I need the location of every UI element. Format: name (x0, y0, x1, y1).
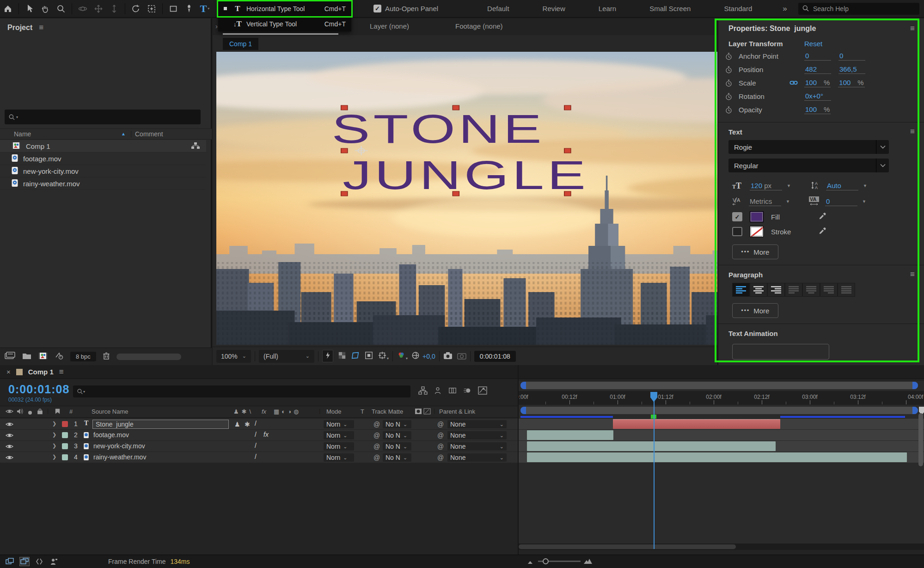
track-matte-dropdown[interactable]: No N⌄ (383, 453, 411, 462)
tab-footage[interactable]: Footage (none) (455, 22, 503, 30)
fill-checkbox[interactable]: ✓ (732, 212, 742, 221)
stopwatch-icon[interactable] (718, 79, 739, 87)
source-name-column-header[interactable]: Source Name (92, 408, 128, 415)
help-search-box[interactable] (798, 3, 919, 15)
show-snapshot-icon[interactable] (457, 352, 466, 361)
layer-name-editing[interactable]: Stone jungle (92, 420, 229, 429)
pan-camera-tool[interactable] (91, 2, 106, 16)
hand-tool[interactable] (37, 2, 53, 16)
trash-icon[interactable] (103, 352, 110, 361)
viewer-timecode[interactable]: 0:00:01:08 (474, 351, 516, 362)
tab-layer[interactable]: Layer (none) (370, 22, 409, 30)
layer-label-color[interactable] (62, 421, 68, 427)
magnification-dropdown[interactable]: 100%⌄ (216, 350, 251, 363)
dropdown-arrow-icon[interactable]: ▼ (786, 199, 790, 204)
section-menu-icon[interactable]: ≡ (910, 127, 915, 136)
align-left-button[interactable] (732, 283, 750, 297)
current-timecode[interactable]: 0:00:01:08 (8, 383, 69, 396)
playhead-line[interactable] (654, 392, 655, 549)
comp-breadcrumb-chip[interactable]: Comp 1 (223, 38, 258, 50)
selection-tool[interactable] (22, 2, 37, 16)
work-area-start-handle[interactable] (520, 407, 526, 414)
parent-pickwhip-icon[interactable]: @ (437, 454, 444, 461)
zoom-in-mountain-icon[interactable] (583, 558, 593, 566)
resolution-dropdown[interactable]: (Full)⌄ (259, 350, 314, 363)
exposure-icon[interactable] (411, 351, 420, 361)
navigator-start-handle[interactable] (520, 382, 526, 389)
layer-bar-rainy-weather[interactable] (527, 452, 907, 462)
workspace-tab-default[interactable]: Default (471, 0, 526, 18)
justify-last-right-button[interactable] (820, 283, 838, 297)
zoom-tool[interactable] (53, 2, 69, 16)
eye-icon[interactable] (6, 432, 13, 440)
horizontal-scrollbar[interactable] (116, 354, 181, 360)
channel-icon[interactable]: ▾ (397, 351, 408, 361)
project-item-footage[interactable]: footage.mov (0, 153, 206, 165)
matte-pickwhip-icon[interactable]: @ (373, 421, 380, 428)
track-matte-dropdown[interactable]: No N⌄ (383, 442, 411, 451)
column-name[interactable]: Name (14, 130, 31, 138)
font-family-dropdown[interactable]: Rogie (728, 140, 889, 154)
effects-switch-icon[interactable]: ✱ (245, 421, 250, 428)
transparency-grid-icon[interactable] (338, 351, 346, 361)
link-icon[interactable] (789, 79, 804, 87)
track-matte-dropdown[interactable]: No N⌄ (383, 420, 411, 428)
project-item-comp-1[interactable]: Comp 1 (0, 140, 206, 153)
stroke-checkbox[interactable] (732, 227, 742, 236)
panel-menu-icon[interactable]: ≡ (59, 367, 64, 377)
project-search-box[interactable]: ▾ (5, 110, 201, 124)
timeline-search-box[interactable]: ▾ (73, 385, 410, 397)
region-of-interest-icon[interactable] (365, 351, 373, 361)
layer-label-color[interactable] (62, 432, 68, 438)
eyedropper-icon[interactable] (818, 227, 826, 237)
expand-arrow-icon[interactable]: ❯ (52, 454, 56, 460)
tracking-value[interactable]: 0 (826, 197, 830, 205)
dropdown-arrow-icon[interactable]: ▼ (787, 183, 791, 188)
blend-mode-dropdown[interactable]: Norn⌄ (324, 442, 354, 451)
quality-switch-icon[interactable]: / (255, 442, 257, 449)
parent-pickwhip-icon[interactable]: @ (437, 443, 444, 450)
expand-arrow-icon[interactable]: ❯ (52, 432, 56, 438)
workspace-overflow-chevrons[interactable]: » (783, 4, 786, 13)
comp-network-icon[interactable] (5, 557, 15, 566)
align-center-button[interactable] (750, 283, 767, 297)
interpret-footage-icon[interactable] (5, 352, 16, 361)
stopwatch-icon[interactable] (718, 66, 739, 74)
vertical-scrollbar[interactable] (918, 413, 923, 466)
snapshot-camera-icon[interactable] (443, 352, 453, 361)
eyedropper-icon[interactable] (818, 212, 826, 222)
author-icon[interactable] (49, 557, 59, 566)
matte-pickwhip-icon[interactable]: @ (373, 432, 380, 439)
navigator-end-handle[interactable] (912, 382, 918, 389)
stopwatch-icon[interactable] (718, 92, 739, 101)
mode-column-header[interactable]: Mode (326, 408, 342, 415)
blend-mode-dropdown[interactable]: Norn⌄ (324, 431, 354, 440)
frame-blending-icon[interactable] (448, 386, 457, 396)
quality-switch-icon[interactable]: / (255, 453, 257, 460)
panel-chevron-icon[interactable]: › (215, 22, 218, 30)
eye-icon[interactable] (6, 421, 13, 429)
workspace-tab-small-screen[interactable]: Small Screen (633, 0, 707, 18)
horizontal-scrollbar-handle[interactable] (519, 544, 736, 549)
fast-preview-icon[interactable] (322, 350, 333, 362)
font-style-dropdown[interactable]: Regular (728, 159, 889, 172)
panel-menu-icon[interactable]: ≡ (910, 24, 915, 33)
view-options-icon[interactable]: ▾ (378, 351, 389, 361)
font-size-value[interactable]: 120 (751, 182, 762, 189)
leading-value[interactable]: Auto (827, 182, 841, 189)
mask-visibility-icon[interactable] (351, 351, 360, 361)
text-animation-partial-button[interactable] (732, 344, 829, 360)
justify-all-button[interactable] (838, 283, 855, 297)
comp-flowchart-icon[interactable] (191, 142, 200, 151)
parent-dropdown[interactable]: None⌄ (447, 453, 507, 462)
layer-bar-new-york-city[interactable] (527, 441, 776, 451)
comp-mini-flowchart-icon[interactable] (418, 386, 428, 396)
dropdown-arrow-icon[interactable]: ▼ (862, 199, 866, 204)
dropdown-arrow-icon[interactable]: ▼ (863, 183, 867, 188)
exposure-value[interactable]: +0,0 (422, 353, 435, 360)
menu-item-vertical-type-tool[interactable]: ↓T Vertical Type Tool Cmd+T (218, 16, 351, 31)
panel-menu-icon[interactable]: ≡ (39, 23, 43, 32)
rotation-tool[interactable] (128, 2, 144, 16)
text-more-button[interactable]: ••• More (732, 244, 778, 259)
layer-label-color[interactable] (62, 443, 68, 449)
